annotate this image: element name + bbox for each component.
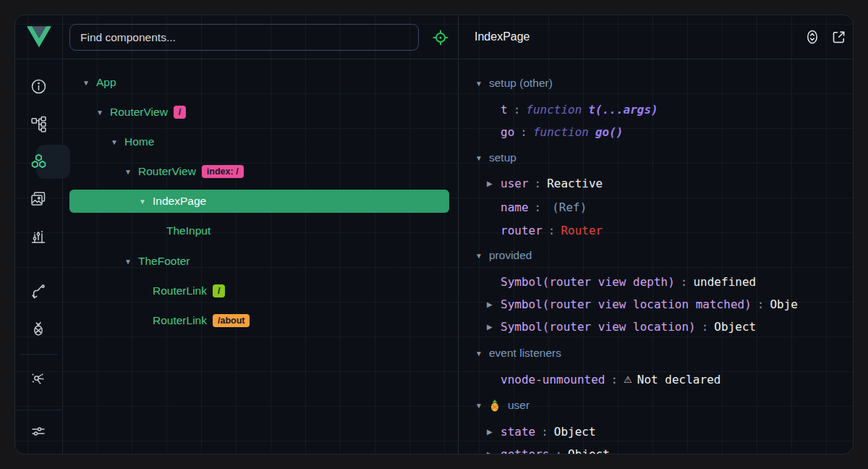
state-value: Obje — [770, 297, 798, 311]
warning-icon: ⚠ — [624, 374, 632, 385]
component-label: Home — [124, 135, 154, 148]
caret-right-icon[interactable]: ▶ — [487, 450, 501, 455]
state-value: Router — [561, 224, 603, 237]
tree-row-routerview[interactable]: ▼ RouterView / — [69, 102, 186, 122]
component-label: App — [96, 76, 116, 89]
section-event-listeners[interactable]: ▼ event listeners — [475, 343, 561, 363]
tree-row-routerlink[interactable]: RouterLink / — [69, 281, 225, 301]
caret-down-icon[interactable]: ▼ — [124, 258, 132, 266]
state-row-state[interactable]: ▶ state : Object — [487, 421, 596, 441]
vue-logo — [15, 15, 62, 59]
component-tree-icon[interactable] — [15, 108, 61, 140]
component-label: RouterView — [138, 165, 196, 178]
component-label: RouterLink — [153, 314, 207, 327]
assets-icon[interactable] — [15, 183, 61, 215]
select-component-target-icon[interactable] — [429, 26, 452, 49]
caret-down-icon[interactable]: ▼ — [124, 168, 132, 176]
state-row-name[interactable]: name : (Ref) — [487, 197, 587, 217]
caret-down-icon[interactable]: ▼ — [475, 80, 483, 88]
route-badge: index: / — [202, 165, 244, 178]
caret-down-icon[interactable]: ▼ — [82, 79, 90, 87]
caret-down-icon[interactable]: ▼ — [475, 154, 483, 162]
state-value: Reactive — [547, 177, 603, 190]
component-label: TheInput — [166, 224, 210, 237]
function-signature: t(...args) — [588, 103, 658, 117]
graph-icon[interactable] — [15, 363, 61, 394]
scroll-to-component-icon[interactable] — [801, 26, 823, 48]
info-icon[interactable] — [15, 70, 61, 102]
section-setup-other[interactable]: ▼ setup (other) — [475, 73, 553, 93]
rail-bottom-separator — [15, 410, 62, 410]
caret-down-icon[interactable]: ▼ — [138, 198, 147, 206]
panel-divider[interactable] — [458, 15, 459, 454]
pinia-icon[interactable] — [15, 313, 61, 345]
function-signature: go() — [595, 125, 624, 139]
state-row-t[interactable]: t : function t(...args) — [487, 99, 658, 119]
state-row-symbol-matched[interactable]: ▶ Symbol(router view location matched) :… — [487, 294, 798, 314]
state-row-router[interactable]: router : Router — [487, 220, 603, 240]
state-value: Not declared — [637, 373, 721, 386]
caret-down-icon[interactable]: ▼ — [475, 252, 483, 260]
tree-row-theinput[interactable]: TheInput — [69, 221, 210, 241]
state-row-go[interactable]: go : function go() — [487, 122, 624, 142]
tree-row-app[interactable]: ▼ App — [69, 72, 116, 93]
section-provided[interactable]: ▼ provided — [475, 245, 532, 266]
open-in-editor-icon[interactable] — [827, 26, 849, 48]
state-row-vnode-unmounted[interactable]: vnode-unmounted : ⚠ Not declared — [487, 369, 720, 389]
route-badge: /about — [213, 314, 250, 327]
component-label: IndexPage — [153, 195, 206, 208]
components-icon[interactable] — [15, 145, 61, 177]
rail-divider — [20, 354, 57, 355]
state-value: Object — [554, 425, 596, 439]
caret-down-icon[interactable]: ▼ — [110, 138, 119, 146]
caret-right-icon[interactable]: ▶ — [487, 179, 501, 187]
function-keyword: function — [533, 125, 589, 139]
state-row-getters[interactable]: ▶ getters : Object — [487, 444, 610, 455]
tree-row-routerview-2[interactable]: ▼ RouterView index: / — [69, 161, 244, 182]
state-value: Object — [714, 320, 756, 334]
state-value: Object — [568, 447, 610, 455]
settings-icon[interactable] — [15, 415, 61, 447]
state-value: (Ref) — [552, 200, 587, 214]
caret-right-icon[interactable]: ▶ — [487, 428, 501, 436]
icon-rail — [15, 15, 63, 454]
timeline-icon[interactable] — [15, 221, 61, 253]
route-badge: / — [174, 106, 186, 119]
devtools-window: IndexPage ▼ App ▼ RouterView / ▼ Home ▼ … — [14, 14, 854, 455]
function-keyword: function — [526, 103, 582, 117]
section-setup[interactable]: ▼ setup — [475, 148, 516, 168]
state-row-symbol-location[interactable]: ▶ Symbol(router view location) : Object — [487, 316, 756, 337]
state-row-user[interactable]: ▶ user : Reactive — [487, 173, 603, 193]
section-pinia-user[interactable]: ▼ user — [475, 395, 529, 415]
route-badge: / — [213, 284, 225, 297]
tree-row-home[interactable]: ▼ Home — [69, 132, 154, 152]
tree-row-thefooter[interactable]: ▼ TheFooter — [69, 251, 190, 271]
caret-right-icon[interactable]: ▶ — [487, 300, 501, 308]
component-label: RouterView — [110, 106, 168, 119]
component-label: RouterLink — [153, 284, 207, 297]
caret-down-icon[interactable]: ▼ — [475, 402, 483, 410]
tree-row-indexpage-selected[interactable]: ▼ IndexPage — [69, 190, 449, 213]
state-value: undefined — [693, 275, 756, 289]
inspector-title: IndexPage — [475, 30, 530, 44]
search-input[interactable] — [69, 24, 419, 51]
component-label: TheFooter — [138, 255, 190, 268]
caret-right-icon[interactable]: ▶ — [487, 323, 501, 331]
caret-down-icon[interactable]: ▼ — [475, 350, 483, 358]
router-icon[interactable] — [15, 276, 61, 308]
state-row-symbol-depth[interactable]: Symbol(router view depth) : undefined — [487, 271, 756, 292]
vue-logo-icon — [27, 26, 51, 48]
pinia-pineapple-icon — [489, 399, 501, 412]
caret-down-icon[interactable]: ▼ — [95, 109, 104, 117]
tree-row-routerlink-2[interactable]: RouterLink /about — [69, 310, 250, 331]
